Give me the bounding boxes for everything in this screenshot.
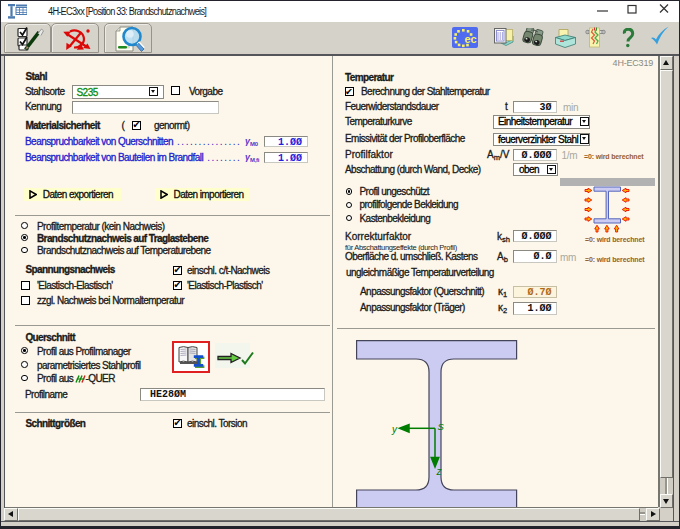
svg-text:S: S <box>438 421 445 432</box>
svg-text:ec: ec <box>465 33 477 45</box>
svg-text:y: y <box>391 423 398 434</box>
svg-text:z: z <box>436 466 442 477</box>
